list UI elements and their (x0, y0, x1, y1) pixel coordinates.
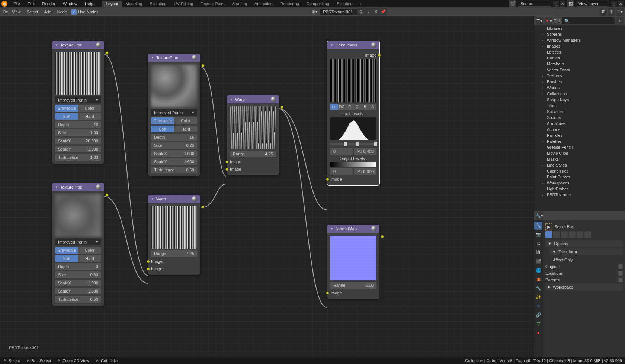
material-pin-button[interactable]: 📌 (379, 8, 387, 16)
header-select[interactable]: Select (24, 9, 41, 15)
tab-modeling[interactable]: Modeling (122, 1, 146, 7)
tab-add[interactable]: + (356, 1, 365, 7)
viewlayer-delete-button[interactable]: ✕ (618, 1, 624, 7)
soft-hard-toggle[interactable]: SoftHard (151, 126, 197, 132)
outliner-item[interactable]: Curves (534, 55, 625, 61)
noise-type-select[interactable]: Improved Perlin▾ (151, 109, 197, 116)
input-gamma-field[interactable]: Po0.408 (354, 148, 376, 155)
tab-layout[interactable]: Layout (102, 1, 122, 7)
outliner-item[interactable]: Texts (534, 103, 625, 109)
input-black-field[interactable]: 0 (330, 148, 353, 155)
outliner-item[interactable]: Vector Fonts (534, 67, 625, 73)
preview-sphere-icon[interactable] (96, 184, 101, 190)
disclosure-icon[interactable]: ▸ (542, 45, 545, 48)
scaley-field[interactable]: ScaleY1.000 (55, 288, 101, 294)
disclosure-icon[interactable]: ▸ (542, 86, 545, 90)
grayscale-color-toggle[interactable]: GrayscaleColor (55, 105, 101, 112)
tab-world-icon[interactable]: 🌐 (534, 266, 542, 274)
scene-browse-icon[interactable]: 🎬 (509, 0, 516, 7)
outliner-item[interactable]: Particles (534, 132, 625, 138)
input-levels-slider[interactable] (330, 141, 376, 146)
disclosure-icon[interactable]: ▸ (542, 140, 545, 143)
outliner-item[interactable]: ▸Screens (534, 31, 625, 37)
turbulence-field[interactable]: Turbulence0.50 (151, 167, 197, 173)
outliner-item[interactable]: LightProbes (534, 186, 625, 192)
disclosure-icon[interactable]: ▸ (542, 164, 545, 167)
scene-name-field[interactable]: Scene (518, 1, 551, 7)
disclosure-icon[interactable]: ▸ (542, 74, 545, 78)
node-colorlevels[interactable]: ▼ColorLevels Image LuRGRGBA Input Levels… (327, 41, 379, 185)
material-unlink-button[interactable]: ✕ (372, 8, 379, 16)
scalex-field[interactable]: ScaleX1.000 (151, 150, 197, 157)
output-black-field[interactable]: 0 (330, 168, 353, 175)
range-field[interactable]: Range5.00 (330, 282, 376, 289)
tab-constraints-icon[interactable]: 🔗 (534, 311, 542, 319)
tab-object-icon[interactable]: ▣ (534, 275, 542, 283)
selection-mode-buttons[interactable] (545, 231, 623, 238)
material-name-field[interactable]: PBRTexture.001 (320, 9, 357, 15)
scaley-field[interactable]: ScaleY1.000 (55, 146, 101, 152)
tab-data-icon[interactable]: ▽ (534, 320, 542, 328)
outliner-item[interactable]: Libraries (534, 25, 625, 31)
outliner-item[interactable]: ▸Images (534, 43, 625, 49)
tab-compositing[interactable]: Compositing (303, 1, 333, 7)
outliner-filter-icon[interactable]: 🔻▾ (545, 17, 552, 25)
menu-window[interactable]: Window (60, 1, 80, 7)
preview-sphere-icon[interactable] (192, 196, 197, 202)
tab-tool-icon[interactable]: 🔧 (534, 222, 542, 230)
disclosure-icon[interactable]: ▸ (542, 80, 545, 84)
outliner-item[interactable]: ▸Textures (534, 73, 625, 79)
viewlayer-new-button[interactable]: ⎘ (611, 1, 617, 7)
grayscale-color-toggle[interactable]: GrayscaleColor (151, 117, 197, 124)
node-graph[interactable]: ▼TextureProc Improved Perlin▾ GrayscaleC… (0, 16, 534, 357)
scaley-field[interactable]: ScaleY1.000 (151, 158, 197, 165)
outliner-item[interactable]: Metaballs (534, 61, 625, 67)
collapse-icon[interactable]: ▼ (55, 186, 58, 189)
tab-particles-icon[interactable]: ✨ (534, 293, 542, 301)
collapse-icon[interactable]: ▼ (151, 197, 154, 201)
outliner-item[interactable]: ▸Window Managers (534, 37, 625, 43)
output-gradient[interactable] (330, 162, 376, 167)
outliner-item[interactable]: Cache Files (534, 168, 625, 174)
collapse-icon[interactable]: ▼ (55, 44, 58, 47)
tab-physics-icon[interactable]: ⚛ (534, 302, 542, 310)
outliner-item[interactable]: ▸Worlds (534, 85, 625, 91)
node-normalmap[interactable]: ▼NormalMap Range5.00 Image (327, 225, 379, 299)
material-new-button[interactable]: ⎘ (357, 8, 365, 16)
output-gamma-field[interactable]: Po0.000 (354, 168, 376, 175)
channel-buttons[interactable]: LuRGRGBA (330, 104, 376, 110)
soft-hard-toggle[interactable]: SoftHard (55, 113, 101, 120)
soft-hard-toggle[interactable]: SoftHard (55, 255, 101, 262)
depth-field[interactable]: Depth16 (55, 121, 101, 128)
use-nodes-checkbox[interactable]: ✓ (71, 9, 77, 15)
tab-animation[interactable]: Animation (251, 1, 276, 7)
depth-field[interactable]: Depth16 (151, 134, 197, 141)
scalex-field[interactable]: ScaleX20.000 (55, 138, 101, 144)
node-warp-1[interactable]: ▼Warp Range7.25 Image Image (148, 195, 200, 275)
outliner-item[interactable]: Masks (534, 156, 625, 162)
node-warp-2[interactable]: ▼Warp Range4.25 Image Image (227, 95, 279, 175)
tab-render-icon[interactable]: 📷 (534, 231, 542, 239)
preview-sphere-icon[interactable] (96, 42, 101, 48)
size-field[interactable]: Size1.00 (55, 129, 101, 136)
preview-sphere-icon[interactable] (271, 97, 276, 102)
collapse-icon[interactable]: ▼ (330, 227, 333, 231)
range-field[interactable]: Range4.25 (230, 151, 276, 157)
preview-sphere-icon[interactable] (371, 42, 376, 48)
scene-delete-button[interactable]: ✕ (560, 1, 565, 7)
outliner-item[interactable]: ▸PBRTextures (534, 192, 625, 198)
outliner-item[interactable]: Actions (534, 126, 625, 132)
outliner-item[interactable]: Paint Curves (534, 174, 625, 180)
material-dup-button[interactable]: ▫ (365, 8, 372, 16)
menu-help[interactable]: Help (82, 1, 96, 7)
outliner-item[interactable]: Armatures (534, 120, 625, 126)
disclosure-icon[interactable]: ▸ (542, 193, 545, 197)
grayscale-color-toggle[interactable]: GrayscaleColor (55, 247, 101, 254)
noise-type-select[interactable]: Improved Perlin▾ (55, 238, 101, 245)
properties-type-icon[interactable]: 🔧▾ (536, 212, 543, 219)
locations-checkbox[interactable] (618, 271, 623, 276)
workspace-panel-header[interactable]: ▶Workspace (545, 283, 623, 290)
tab-scripting[interactable]: Scripting (333, 1, 356, 7)
outliner-search[interactable]: 🔍 (562, 17, 615, 24)
parents-checkbox[interactable] (618, 278, 623, 282)
